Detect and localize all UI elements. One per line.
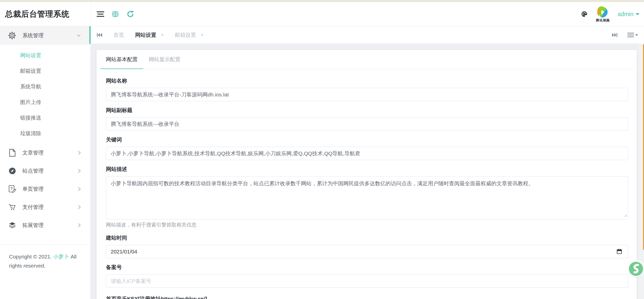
sidebar-group-label: 系统管理	[22, 32, 44, 39]
header-toolbar	[97, 2, 134, 26]
header-divider	[91, 2, 91, 26]
settings-card: 网站基本配置 网站显示配置 网站名称 网站副标题 关键词 网站描述 小萝卜导航国…	[96, 50, 637, 299]
refresh-icon[interactable]	[126, 10, 134, 18]
tencent-video-caption: 腾讯视频	[596, 18, 610, 23]
sidebar-item-mail-settings[interactable]: 邮箱设置	[0, 63, 90, 79]
tencent-video-logo[interactable]: 腾讯视频	[594, 6, 611, 23]
tabs-scroll-right-icon[interactable]	[612, 32, 618, 38]
content-area: 网站基本配置 网站显示配置 网站名称 网站副标题 关键词 网站描述 小萝卜导航国…	[91, 44, 638, 299]
swirl-icon	[629, 262, 643, 276]
sidebar-submenu: 网站设置 邮箱设置 系统导航 图片上传 链接推送 垃圾清除	[0, 45, 90, 141]
sidebar-toggle-button[interactable]	[97, 11, 104, 17]
chevron-down-icon	[77, 34, 81, 37]
globe-icon[interactable]	[111, 10, 119, 18]
chevron-right-icon	[78, 223, 81, 228]
sidebar-item-link-push[interactable]: 链接推送	[0, 110, 90, 126]
chevron-right-icon	[78, 187, 81, 191]
sidebar-item-system-nav[interactable]: 系统导航	[0, 79, 90, 94]
compass-icon	[8, 167, 16, 175]
brand-link[interactable]: 小萝卜	[53, 254, 69, 259]
sidebar: 系统管理 网站设置 邮箱设置 系统导航 图片上传 链接推送 垃圾清除 文章管理	[0, 26, 91, 299]
subtitle-label: 网站副标题	[106, 107, 628, 114]
resize-handle[interactable]	[624, 213, 627, 218]
tabs-scroll-left-icon[interactable]	[96, 32, 102, 38]
icp-label: 备案号	[106, 264, 628, 271]
tab-home[interactable]: 首页	[113, 31, 124, 39]
sidebar-item-payment-management[interactable]: 支付管理	[0, 198, 90, 216]
tencent-video-play-icon	[595, 6, 610, 19]
scrollbar-thumb[interactable]	[643, 44, 644, 250]
svg-text:?: ?	[11, 186, 13, 191]
tab-basic-config[interactable]: 网站基本配置	[100, 50, 143, 69]
tab-site-settings[interactable]: 网站设置 ×	[135, 31, 164, 39]
app-title: 总裁后台管理系统	[5, 2, 69, 26]
tab-display-config[interactable]: 网站显示配置	[143, 50, 186, 69]
close-icon[interactable]: ×	[161, 32, 164, 38]
created-date-label: 建站时间	[106, 234, 628, 241]
sidebar-divider	[0, 244, 90, 245]
browser-top-strip	[0, 0, 644, 2]
header: 总裁后台管理系统	[0, 2, 644, 26]
subtitle-input[interactable]	[106, 117, 628, 131]
created-date-input[interactable]	[106, 245, 628, 258]
document-icon	[8, 149, 16, 157]
chevron-right-icon	[78, 151, 81, 155]
copyright: Copyright © 2021.小萝卜All rights reserved.	[9, 252, 85, 270]
sidebar-item-site-management[interactable]: 站点管理	[0, 162, 90, 180]
music-key-label: 首页音乐KEY[注册地址https://myhkw.cn/]	[106, 295, 628, 299]
page-tabs-bar: 首页 网站设置 × 邮箱设置 ×	[91, 26, 644, 44]
cart-icon	[8, 203, 16, 211]
support-fab-button[interactable]	[629, 262, 643, 276]
user-menu[interactable]: admin	[618, 11, 639, 18]
page-edit-icon: ?	[8, 185, 16, 193]
site-name-input[interactable]	[106, 88, 628, 101]
close-icon[interactable]: ×	[201, 32, 204, 38]
sidebar-item-trash-clean[interactable]: 垃圾清除	[0, 126, 90, 141]
chevron-down-icon	[636, 13, 639, 15]
description-helper-text: 网站描述，有利于搜索引擎抓取相关信息	[106, 221, 628, 228]
sidebar-item-extension-management[interactable]: 拓展管理	[0, 216, 90, 234]
app-window: 总裁后台管理系统	[0, 0, 644, 299]
tabs-menu-button[interactable]	[627, 32, 638, 38]
chevron-right-icon	[78, 205, 81, 209]
sidebar-item-page-management[interactable]: ? 单页管理	[0, 180, 90, 198]
sidebar-item-system-management[interactable]: 系统管理	[0, 26, 90, 45]
config-tabs: 网站基本配置 网站显示配置	[97, 50, 637, 69]
scrollbar-track[interactable]	[638, 44, 644, 299]
tab-mail-settings[interactable]: 邮箱设置 ×	[175, 31, 204, 39]
active-tab-accent-bar	[89, 26, 91, 44]
sidebar-item-image-upload[interactable]: 图片上传	[0, 94, 90, 110]
sidebar-item-article-management[interactable]: 文章管理	[0, 144, 90, 162]
keywords-input[interactable]	[106, 147, 628, 160]
username: admin	[618, 11, 633, 18]
sidebar-groups: 文章管理 站点管理	[0, 144, 90, 234]
description-label: 网站描述	[106, 166, 628, 173]
calendar-icon[interactable]	[617, 249, 622, 255]
gear-icon	[8, 32, 16, 39]
theme-palette-icon[interactable]	[581, 11, 588, 18]
site-name-label: 网站名称	[106, 77, 628, 84]
layers-icon	[8, 221, 16, 229]
description-textarea[interactable]: 小萝卜导航国内屈指可数的技术教程活动目录导航分类平台，站点已累计收录数千网站，累…	[106, 176, 628, 219]
settings-form: 网站名称 网站副标题 关键词 网站描述 小萝卜导航国内屈指可数的技术教程活动目录…	[97, 77, 637, 299]
header-right: 腾讯视频 admin	[581, 2, 639, 26]
sidebar-item-site-settings[interactable]: 网站设置	[0, 48, 90, 63]
icp-input[interactable]	[106, 274, 628, 288]
chevron-right-icon	[78, 169, 81, 173]
keywords-label: 关键词	[106, 136, 628, 143]
